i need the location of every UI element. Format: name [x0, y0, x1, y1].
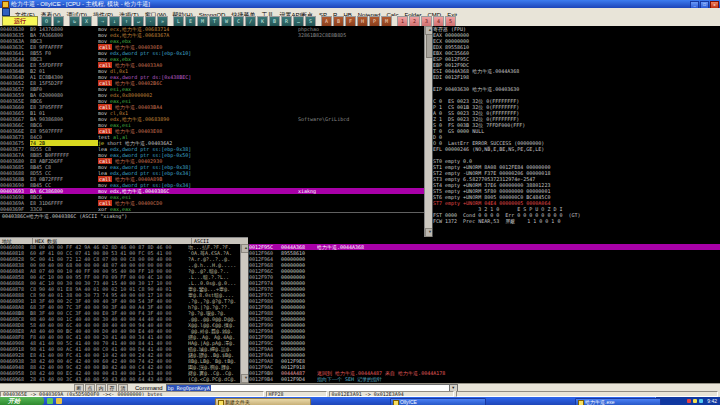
toolbar-button-2[interactable]: 2 — [409, 16, 420, 27]
toolbar-button-E[interactable]: E — [185, 16, 196, 27]
taskbar-button-icon — [218, 400, 224, 405]
register-line: FCW 1372 Prec NEAR,53 屏蔽 1 1 0 0 1 0 — [433, 218, 720, 224]
toolbar-button-X[interactable]: X — [81, 16, 92, 27]
toolbar-button-3[interactable]: 3 — [421, 16, 432, 27]
app-icon — [2, 1, 9, 8]
memory-dump-pane[interactable]: 0046080888 00 00 00 FF 42 9A 46 02 8D 46… — [0, 244, 240, 383]
registers-pane[interactable]: 寄存器 (FPU) EAX 00000000ECX 00000000EDX 89… — [432, 26, 720, 237]
toolbar-button-F[interactable]: F — [345, 16, 356, 27]
toolbar-button-B[interactable]: B — [269, 16, 280, 27]
stack-pane[interactable]: 0012F95C0044A368给力牛逼.0044A3680012F960895… — [248, 244, 720, 383]
windows-taskbar: 开始 9:42 新建文件夹OllyICE给力牛逼.exe — [0, 397, 720, 405]
toolbar-button-…[interactable]: … — [293, 16, 304, 27]
toolbar-button-R[interactable]: R — [281, 16, 292, 27]
toolbar-button-P[interactable]: P — [369, 16, 380, 27]
info-pane: 0040386C=给力牛逼.0040386C (ASCII "xiakng") — [0, 212, 424, 238]
stack-value: 0012F9D4 — [281, 376, 317, 382]
toolbar-button-→[interactable]: → — [97, 16, 108, 27]
toolbar-button-»[interactable]: » — [53, 16, 64, 27]
toolbar-button-↻[interactable]: ↻ — [69, 16, 80, 27]
toolbar-button-·[interactable]: · — [145, 16, 156, 27]
dump-address: 00460968 — [0, 376, 30, 382]
toolbar-button-↓[interactable]: ↓ — [109, 16, 120, 27]
toolbar-button-C[interactable]: C — [233, 16, 244, 27]
system-tray: 9:42 — [655, 397, 720, 405]
toolbar-button-A[interactable]: A — [321, 16, 332, 27]
start-button[interactable]: 开始 — [0, 397, 44, 405]
tray-clock: 9:42 — [707, 398, 717, 404]
stack-address: 0012F9B4 — [249, 376, 281, 382]
mdi-child-icon — [2, 8, 10, 16]
quicklaunch-icon[interactable] — [56, 398, 62, 404]
taskbar-button[interactable]: 新建文件夹 — [215, 398, 311, 405]
taskbar-button[interactable]: OllyICE — [390, 398, 486, 405]
info-line: 0040386C=给力牛逼.0040386C (ASCII "xiakng") — [0, 213, 424, 219]
toolbar-button-M[interactable]: M — [197, 16, 208, 27]
stack-row[interactable]: 0012F9B40012F9D4指向下一个 SEH 记录的指针 — [249, 376, 720, 382]
stack-comment: 指向下一个 SEH 记录的指针 — [317, 376, 720, 382]
tray-icon[interactable] — [699, 399, 703, 403]
toolbar-button-K[interactable]: K — [257, 16, 268, 27]
toolbar-button-4[interactable]: 4 — [433, 16, 444, 27]
taskbar-button-icon — [578, 400, 584, 405]
toolbar-button-↑[interactable]: ↑ — [121, 16, 132, 27]
toolbar-button-S[interactable]: S — [305, 16, 316, 27]
toolbar-button-1[interactable]: 1 — [397, 16, 408, 27]
taskbar-button-icon — [393, 400, 399, 405]
toolbar-button-M[interactable]: M — [381, 16, 392, 27]
tray-icon[interactable] — [693, 399, 697, 403]
toolbar-button-5[interactable]: 5 — [445, 16, 456, 27]
toolbar-button-↵[interactable]: ↵ — [133, 16, 144, 27]
dump-ascii: (C@.<C@.PC@.dC@. — [188, 376, 240, 382]
taskbar-button[interactable]: 给力牛逼.exe — [575, 398, 661, 405]
quicklaunch-icon[interactable] — [47, 398, 53, 404]
toolbar-button-O[interactable]: O — [41, 16, 52, 27]
ollydbg-window: 给力牛逼 - OllyICE - [CPU - 主线程, 模块 - 给力牛逼] … — [0, 0, 720, 405]
dump-row[interactable]: 0046096828 43 40 00 3C 43 40 00 50 43 40… — [0, 376, 240, 382]
toolbar-button-W[interactable]: W — [221, 16, 232, 27]
disassembly-pane[interactable]: 00403630B9 14376800mov ecx,给力牛逼.00683714… — [0, 26, 425, 212]
toolbar-button-»[interactable]: » — [157, 16, 168, 27]
toolbar-button-T[interactable]: T — [209, 16, 220, 27]
dump-hex: 28 43 40 00 3C 43 40 00 50 43 40 00 64 4… — [30, 376, 188, 382]
toolbar-button-H[interactable]: H — [357, 16, 368, 27]
tray-icon[interactable] — [687, 399, 691, 403]
toolbar-button-L[interactable]: L — [173, 16, 184, 27]
toolbar-button-B[interactable]: B — [333, 16, 344, 27]
toolbar-button-/[interactable]: / — [245, 16, 256, 27]
debug-state-box: 运行 — [2, 16, 38, 26]
